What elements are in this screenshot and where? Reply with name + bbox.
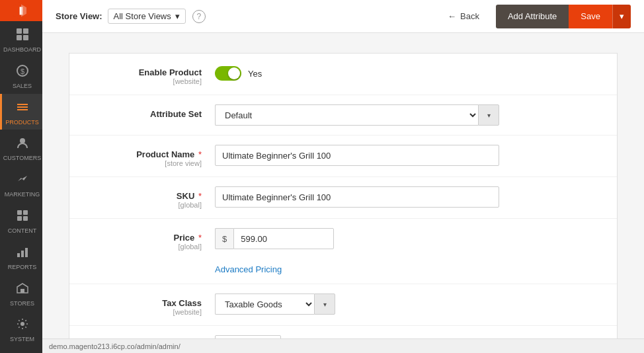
tax-class-select[interactable]: Taxable Goods [215,294,314,315]
product-name-label: Product Name * [store view] [83,145,215,167]
store-view-value: All Store Views [114,11,171,21]
sidebar-logo[interactable] [0,0,42,21]
svg-rect-6 [17,35,22,40]
sidebar-item-system-label: SYSTEM [10,336,34,343]
attribute-set-label: Attribute Set [83,104,215,119]
sidebar-item-system[interactable]: SYSTEM [0,311,42,347]
sidebar-item-customers-label: CUSTOMERS [3,155,41,162]
sidebar-item-products-label: PRODUCTS [5,119,39,126]
svg-rect-15 [23,210,28,215]
svg-rect-12 [17,109,28,110]
status-bar: demo.magento213.i6cp.co/admin/admin/ [42,338,644,353]
product-form: Enable Product [website] Yes Attribute S… [69,53,618,338]
product-name-row: Product Name * [store view] [69,136,617,177]
dropdown-chevron-icon: ▾ [487,112,491,119]
back-button[interactable]: ← Back [441,7,486,25]
back-arrow-icon: ← [448,11,456,21]
save-button[interactable]: Save [569,5,612,28]
svg-rect-2 [20,7,21,15]
sidebar-item-stores-label: STORES [10,300,34,307]
save-chevron-icon: ▾ [620,11,624,21]
sidebar-item-reports-label: REPORTS [8,264,36,271]
svg-rect-3 [21,7,22,15]
tax-dropdown-chevron-icon: ▾ [323,301,327,308]
svg-rect-19 [21,251,24,257]
store-view-label: Store View: [56,11,102,21]
enable-product-toggle[interactable] [215,66,241,81]
system-icon [16,317,29,334]
svg-rect-21 [20,289,24,293]
add-attribute-button[interactable]: Add Attribute [496,5,569,28]
enable-product-control: Yes [215,63,604,81]
sidebar-item-dashboard[interactable]: DASHBOARD [0,21,42,58]
toggle-knob [228,67,240,79]
price-label: Price * [global] [83,228,215,251]
tax-class-label: Tax Class [website] [83,294,215,316]
quantity-row: Quantity [global] Advanced Inventory [69,326,617,338]
sku-label: SKU * [global] [83,186,215,209]
content-area: Enable Product [website] Yes Attribute S… [42,33,644,338]
svg-rect-14 [17,210,22,215]
enable-product-row: Enable Product [website] Yes [69,54,617,95]
svg-rect-10 [17,104,28,105]
sku-row: SKU * [global] [69,177,617,219]
sidebar-item-content[interactable]: CONTENT [0,202,42,239]
sidebar-item-sales[interactable]: $ SALES [0,58,42,94]
svg-rect-20 [25,248,28,257]
sku-control [215,186,604,208]
svg-rect-11 [17,106,28,108]
enable-product-label: Enable Product [website] [83,63,215,85]
save-dropdown-button[interactable]: ▾ [612,5,631,28]
price-control: $ Advanced Pricing [215,228,604,274]
sidebar-item-products[interactable]: PRODUCTS [0,94,42,130]
product-name-control [215,145,604,166]
sales-icon: $ [16,64,29,81]
sidebar-item-find-partners[interactable]: FIND PARTNERS & EXTENSIONS [0,347,42,353]
attribute-set-dropdown-button[interactable]: ▾ [478,104,499,126]
help-question-mark: ? [196,12,201,21]
main-area: Store View: All Store Views ▾ ? ← Back A… [42,0,644,353]
save-button-group: Save ▾ [569,5,631,28]
sidebar-item-dashboard-label: DASHBOARD [3,46,41,54]
sidebar-item-customers[interactable]: CUSTOMERS [0,130,42,166]
content-icon [16,209,29,225]
store-view-chevron-icon: ▾ [175,11,180,21]
sidebar-item-marketing[interactable]: MARKETING [0,166,42,202]
svg-rect-7 [23,35,28,40]
tax-class-dropdown-button[interactable]: ▾ [314,294,335,315]
products-icon [16,100,29,117]
attribute-set-control: Default ▾ [215,104,604,126]
marketing-icon [16,173,29,189]
sidebar-item-content-label: CONTENT [8,227,37,235]
toggle-label: Yes [248,69,262,79]
help-icon[interactable]: ? [192,10,206,23]
store-view-select[interactable]: All Store Views ▾ [108,9,186,24]
sidebar-item-reports[interactable]: REPORTS [0,239,42,275]
advanced-pricing-link[interactable]: Advanced Pricing [215,264,282,274]
magento-logo-icon [11,0,32,21]
dashboard-icon [16,28,29,44]
price-required: * [198,233,202,243]
attribute-set-row: Attribute Set Default ▾ [69,95,617,136]
status-url: demo.magento213.i6cp.co/admin/admin/ [49,342,181,350]
back-label: Back [460,11,479,21]
svg-rect-18 [17,253,20,257]
svg-point-22 [20,322,24,326]
reports-icon [16,245,29,262]
sidebar-item-stores[interactable]: STORES [0,275,42,311]
svg-point-13 [20,138,25,143]
price-input[interactable] [233,228,334,249]
header: Store View: All Store Views ▾ ? ← Back A… [42,0,644,33]
svg-rect-5 [23,28,28,34]
attribute-set-select[interactable]: Default [215,104,478,126]
price-wrap: $ [215,228,334,249]
customers-icon [16,136,29,153]
price-row: Price * [global] $ Advanced Pricing [69,219,617,284]
product-name-input[interactable] [215,145,499,166]
tax-class-select-wrap: Taxable Goods ▾ [215,294,604,315]
sku-input[interactable] [215,186,499,208]
svg-rect-17 [23,216,28,221]
svg-rect-4 [17,28,22,34]
svg-text:$: $ [20,67,24,75]
sidebar-item-marketing-label: MARKETING [5,191,40,198]
